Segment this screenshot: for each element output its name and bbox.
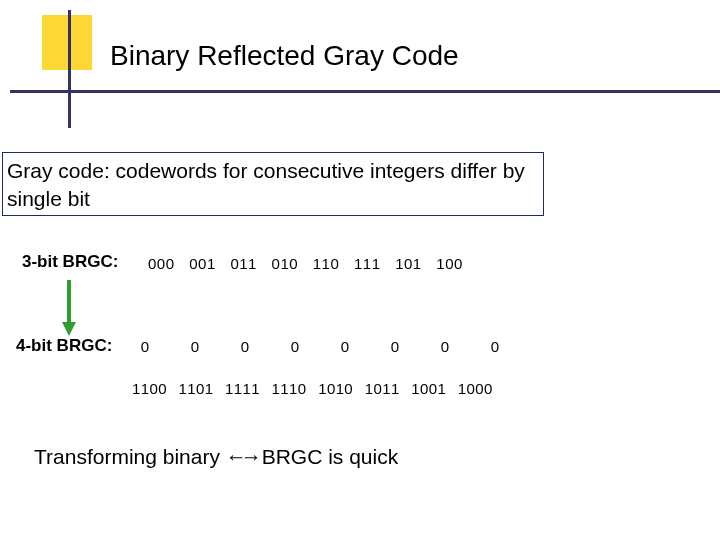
header-decoration: Binary Reflected Gray Code bbox=[10, 10, 690, 100]
code-cell: 0 bbox=[238, 338, 252, 355]
code-cell: 0 bbox=[388, 338, 402, 355]
slide-title: Binary Reflected Gray Code bbox=[110, 40, 459, 72]
brgc3-label: 3-bit BRGC: bbox=[22, 252, 118, 272]
definition-box: Gray code: codewords for consecutive int… bbox=[2, 152, 544, 216]
brgc4-placeholder-row: 0 0 0 0 0 0 0 0 bbox=[138, 338, 502, 355]
code-cell: 0 bbox=[188, 338, 202, 355]
brgc3-codes: 000 001 011 010 110 111 101 100 bbox=[148, 255, 463, 272]
code-cell: 0 bbox=[488, 338, 502, 355]
code-cell: 0 bbox=[288, 338, 302, 355]
down-arrow-icon bbox=[62, 280, 76, 336]
yellow-accent-block bbox=[42, 15, 92, 70]
vertical-rule bbox=[68, 10, 71, 128]
code-cell: 0 bbox=[338, 338, 352, 355]
brgc4-codes: 1100 1101 1111 1110 1010 1011 1001 1000 bbox=[132, 380, 493, 397]
brgc4-label: 4-bit BRGC: bbox=[16, 336, 112, 356]
code-cell: 0 bbox=[138, 338, 152, 355]
code-cell: 0 bbox=[438, 338, 452, 355]
bidir-arrow-icon: ←→ bbox=[226, 445, 256, 468]
transform-note: Transforming binary ←→ BRGC is quick bbox=[34, 445, 398, 469]
definition-text: Gray code: codewords for consecutive int… bbox=[7, 157, 535, 214]
horizontal-rule bbox=[10, 90, 720, 93]
